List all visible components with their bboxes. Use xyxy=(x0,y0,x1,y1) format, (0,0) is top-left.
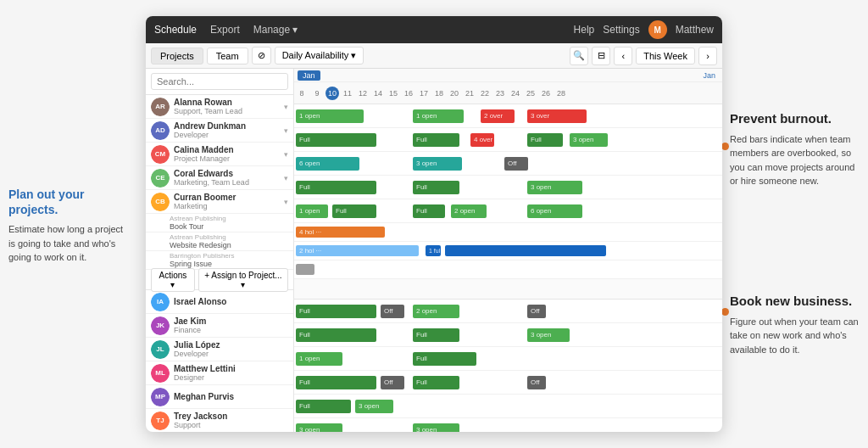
this-week-button[interactable]: This Week xyxy=(636,48,695,64)
user-avatar: M xyxy=(648,20,667,39)
right-bottom-annotation: Book new business. Figure out when your … xyxy=(730,293,861,356)
next-button[interactable]: › xyxy=(698,47,717,65)
day-16: 16 xyxy=(401,89,416,98)
bar-matthew-off2: Off xyxy=(527,376,546,389)
person-role-calina: Project Manager xyxy=(174,154,280,163)
zoom-out-button[interactable]: ⊟ xyxy=(592,47,610,65)
sched-row-website: 2 hol ··· 1 ful 10h xyxy=(294,242,722,260)
month-jan-right: Jan xyxy=(703,71,715,80)
sched-actions-row xyxy=(294,279,722,300)
bar-calina-1: 6 open xyxy=(296,157,359,171)
avatar-julia: JL xyxy=(151,340,170,359)
bar-curran-2: Full xyxy=(332,204,376,218)
connector-dot-right-top xyxy=(721,143,729,150)
left-annotation-body: Estimate how long a project is going to … xyxy=(8,222,131,265)
person-name-meghan: Meghan Purvis xyxy=(174,392,288,401)
day-11: 11 xyxy=(340,89,355,98)
bar-meghan-2: 3 open xyxy=(355,400,393,413)
month-jan: Jan xyxy=(298,70,320,81)
person-name-andrew: Andrew Dunkman xyxy=(174,121,280,131)
bar-jae-1: Full xyxy=(296,328,376,342)
avatar-israel: IA xyxy=(151,293,170,311)
person-name-matthew: Matthew Lettini xyxy=(174,364,288,373)
bar-calina-2: 3 open xyxy=(413,157,462,171)
expand-coral[interactable]: ▾ xyxy=(284,174,288,182)
person-name-trey: Trey Jackson xyxy=(174,412,288,421)
filter-button[interactable]: ⊘ xyxy=(252,47,271,64)
person-role-jae: Finance xyxy=(174,326,288,334)
person-row-trey: TJ Trey Jackson Support xyxy=(146,409,293,432)
right-top-heading: Prevent burnout. xyxy=(730,110,861,127)
search-input[interactable] xyxy=(151,73,288,90)
expand-andrew[interactable]: ▾ xyxy=(284,126,288,135)
bar-alanna-3: 2 over xyxy=(481,109,515,123)
bar-curran-1: 1 open xyxy=(296,204,328,218)
bar-matthew-off1: Off xyxy=(381,376,404,389)
bar-website-2: 1 ful 10h xyxy=(426,245,441,256)
bar-calina-3: Off xyxy=(504,157,528,171)
nav-manage[interactable]: Manage ▾ xyxy=(253,24,298,36)
day-10-today: 10 xyxy=(326,87,339,100)
bar-alanna-1: 1 open xyxy=(296,109,364,123)
prev-button[interactable]: ‹ xyxy=(614,47,632,65)
nav-help[interactable]: Help xyxy=(574,24,595,36)
avatar-andrew: AD xyxy=(151,121,170,140)
sched-row-andrew: Full Full 4 over Full 3 open xyxy=(294,128,722,152)
bar-andrew-3: 4 over xyxy=(470,133,494,147)
avatar-curran: CB xyxy=(151,193,170,211)
bar-julia-2: Full xyxy=(413,352,476,366)
bar-curran-5: 6 open xyxy=(527,204,582,218)
sched-row-alanna: 1 open 1 open 2 over 3 over xyxy=(294,104,722,128)
day-22: 22 xyxy=(477,89,492,98)
bar-curran-4: 2 open xyxy=(451,204,487,218)
main-content: AR Alanna Rowan Support, Team Lead ▾ AD … xyxy=(146,69,722,432)
day-17: 17 xyxy=(416,89,431,98)
bar-matthew-1: Full xyxy=(296,376,376,389)
project-row-website: Astrean Publishing Website Redesign xyxy=(146,232,293,251)
project-client-0: Astrean Publishing xyxy=(170,215,226,222)
day-21: 21 xyxy=(462,89,477,98)
bar-spring-1 xyxy=(296,264,314,275)
schedule-rows: 1 open 1 open 2 over 3 over Full Full 4 … xyxy=(294,104,722,432)
right-top-body: Red bars indicate when team members are … xyxy=(730,132,861,188)
bar-website-3 xyxy=(445,245,606,256)
sched-row-curran: 1 open Full Full 2 open 6 open xyxy=(294,199,722,223)
date-header: Jan Jan 8 9 10 11 12 14 15 16 17 xyxy=(294,69,722,104)
availability-dropdown[interactable]: Daily Availability ▾ xyxy=(275,47,364,64)
person-role-trey: Support xyxy=(174,421,288,429)
sched-row-trey: 3 open 3 open xyxy=(294,418,722,432)
person-name-jae: Jae Kim xyxy=(174,316,288,326)
project-row-spring: Barrington Publishers Spring Issue xyxy=(146,251,293,270)
nav-settings[interactable]: Settings xyxy=(603,24,639,36)
bar-curran-3: Full xyxy=(413,204,445,218)
day-8: 8 xyxy=(294,89,309,98)
actions-button[interactable]: Actions ▾ xyxy=(151,268,195,292)
bar-coral-1: Full xyxy=(296,181,376,194)
day-24: 24 xyxy=(508,89,523,98)
nav-schedule[interactable]: Schedule xyxy=(154,24,197,36)
project-client-1: Astrean Publishing xyxy=(170,233,231,241)
person-row-andrew: AD Andrew Dunkman Developer ▾ xyxy=(146,119,293,143)
sched-row-julia: 1 open Full xyxy=(294,347,722,371)
expand-curran[interactable]: ▾ xyxy=(284,198,288,206)
search-button[interactable]: 🔍 xyxy=(570,47,588,65)
person-row-julia: JL Julia López Developer xyxy=(146,338,293,361)
left-annotation: Plan out your projects. Estimate how lon… xyxy=(8,187,131,265)
expand-calina[interactable]: ▾ xyxy=(284,150,288,159)
connector-dot-right-bottom xyxy=(721,308,729,316)
person-row-curran: CB Curran Boomer Marketing ▾ xyxy=(146,190,293,214)
nav-export[interactable]: Export xyxy=(210,24,240,36)
person-row-israel: IA Israel Alonso xyxy=(146,290,293,314)
person-name-alanna: Alanna Rowan xyxy=(174,98,280,107)
bar-andrew-2: Full xyxy=(413,133,459,147)
day-20: 20 xyxy=(447,89,462,98)
assign-to-project-button[interactable]: + Assign to Project... ▾ xyxy=(198,268,288,292)
day-23: 23 xyxy=(492,89,508,98)
bar-coral-3: 3 open xyxy=(527,181,582,194)
tab-projects[interactable]: Projects xyxy=(151,48,203,64)
bar-andrew-5: 3 open xyxy=(570,133,608,147)
expand-alanna[interactable]: ▾ xyxy=(284,103,288,111)
tab-team[interactable]: Team xyxy=(207,48,248,64)
bar-julia-1: 1 open xyxy=(296,352,342,366)
avatar-jae: JK xyxy=(151,316,170,335)
